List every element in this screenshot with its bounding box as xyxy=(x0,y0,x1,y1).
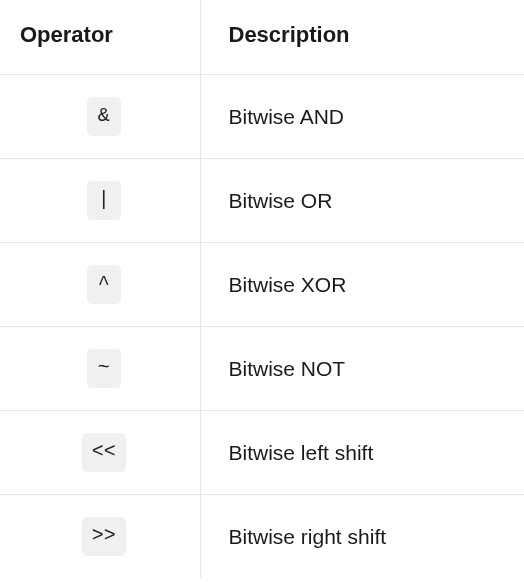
operator-chip: | xyxy=(87,181,121,220)
table-row: << Bitwise left shift xyxy=(0,411,524,495)
operator-chip: ~ xyxy=(87,349,121,388)
operator-cell: ~ xyxy=(0,327,200,411)
operators-table: Operator Description & Bitwise AND | Bit… xyxy=(0,0,524,578)
operator-chip: ^ xyxy=(87,265,121,304)
table-row: >> Bitwise right shift xyxy=(0,495,524,579)
table-row: ^ Bitwise XOR xyxy=(0,243,524,327)
operator-chip: >> xyxy=(82,517,126,556)
operator-cell: & xyxy=(0,75,200,159)
description-cell: Bitwise XOR xyxy=(200,243,524,327)
table-row: & Bitwise AND xyxy=(0,75,524,159)
operator-cell: >> xyxy=(0,495,200,579)
column-header-operator: Operator xyxy=(0,0,200,75)
operator-cell: | xyxy=(0,159,200,243)
table-row: | Bitwise OR xyxy=(0,159,524,243)
column-header-description: Description xyxy=(200,0,524,75)
table-header-row: Operator Description xyxy=(0,0,524,75)
description-cell: Bitwise NOT xyxy=(200,327,524,411)
operators-table-wrap: Operator Description & Bitwise AND | Bit… xyxy=(0,0,524,578)
description-cell: Bitwise left shift xyxy=(200,411,524,495)
operator-chip: << xyxy=(82,433,126,472)
operator-cell: << xyxy=(0,411,200,495)
description-cell: Bitwise OR xyxy=(200,159,524,243)
table-row: ~ Bitwise NOT xyxy=(0,327,524,411)
operator-chip: & xyxy=(87,97,121,136)
description-cell: Bitwise right shift xyxy=(200,495,524,579)
operator-cell: ^ xyxy=(0,243,200,327)
description-cell: Bitwise AND xyxy=(200,75,524,159)
